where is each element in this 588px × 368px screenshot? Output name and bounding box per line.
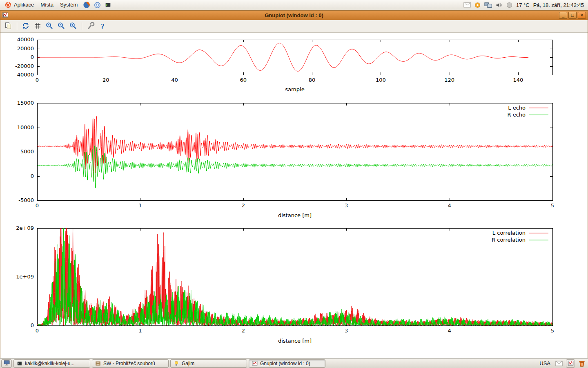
svg-text:0: 0 (36, 328, 39, 334)
menu-applications[interactable]: Aplikace (2, 1, 37, 9)
gnuplot-task-icon (252, 361, 258, 366)
close-button[interactable]: × (578, 12, 586, 19)
window-title: Gnuplot (window id : 0) (0, 12, 588, 18)
svg-text:5000: 5000 (20, 148, 34, 155)
autoscale-button[interactable] (68, 21, 78, 31)
remote-display-icon[interactable] (484, 2, 492, 8)
close-icon: × (581, 13, 583, 18)
gnuplot-window: Gnuplot (window id : 0) _ □ × (0, 10, 588, 358)
grid-icon (33, 22, 42, 31)
desktop: Aplikace Místa Systém (0, 0, 588, 368)
menu-places[interactable]: Místa (38, 1, 57, 9)
gnuplot-canvas[interactable]: 02040608010012014040000200000-20000-4000… (0, 33, 588, 358)
maximize-button[interactable]: □ (568, 12, 577, 19)
svg-text:3: 3 (345, 202, 348, 209)
firefox-launcher[interactable] (82, 0, 91, 10)
clock[interactable]: Pá, 18. září, 21:42:45 (533, 2, 584, 8)
menu-label-system: Systém (60, 2, 78, 8)
svg-text:1: 1 (138, 202, 142, 209)
ubuntu-logo-icon (5, 2, 11, 8)
svg-text:20: 20 (102, 77, 109, 83)
svg-text:sample: sample (285, 86, 304, 92)
help-button[interactable]: ? (97, 21, 108, 31)
configure-button[interactable] (85, 21, 96, 31)
svg-text:0: 0 (36, 202, 39, 209)
svg-text:2: 2 (242, 328, 245, 334)
window-controls: _ □ × (559, 12, 586, 19)
svg-text:-20000: -20000 (15, 63, 34, 69)
taskbar-button-terminal[interactable]: kaklik@kaklik-kolej-u... (13, 359, 90, 368)
taskbar-status-area: USA (538, 359, 587, 368)
show-desktop-icon (4, 360, 10, 367)
show-desktop-button[interactable] (1, 359, 12, 368)
terminal-icon (105, 2, 111, 9)
svg-text:100: 100 (376, 77, 386, 83)
svg-text:0: 0 (31, 54, 34, 60)
svg-text:40000: 40000 (17, 36, 34, 43)
file-manager-icon (95, 361, 101, 366)
svg-text:60: 60 (240, 77, 247, 83)
svg-text:-5000: -5000 (18, 197, 34, 203)
software-update-icon[interactable] (474, 2, 481, 8)
trash-applet-icon[interactable] (578, 360, 586, 367)
replot-button[interactable] (20, 21, 31, 31)
svg-text:4: 4 (448, 202, 451, 209)
svg-text:2e+09: 2e+09 (16, 225, 34, 231)
firefox-icon (83, 1, 90, 9)
copy-to-clipboard-button[interactable] (3, 21, 13, 31)
titlebar[interactable]: Gnuplot (window id : 0) _ □ × (0, 11, 588, 20)
zoom-previous-icon (45, 22, 53, 31)
top-panel: Aplikace Místa Systém (0, 0, 588, 10)
menu-label-places: Místa (40, 2, 53, 8)
svg-text:1: 1 (138, 328, 142, 334)
toolbar-separator (82, 22, 82, 30)
help-launcher[interactable] (92, 0, 102, 10)
svg-text:80: 80 (309, 77, 316, 83)
taskbar-button-file-manager[interactable]: SW - Prohlížeč souborů (92, 359, 169, 368)
tray-gnuplot-icon[interactable] (566, 359, 575, 368)
keyboard-layout-indicator[interactable]: USA (538, 360, 552, 366)
task-label: Gajim (182, 361, 194, 366)
svg-text:120: 120 (444, 77, 454, 83)
terminal-task-icon (17, 361, 22, 366)
replot-icon (22, 22, 30, 31)
terminal-launcher[interactable] (103, 0, 113, 10)
svg-text:40: 40 (171, 77, 178, 83)
toolbar-separator (17, 22, 17, 30)
help-icon (94, 2, 101, 9)
volume-icon[interactable] (496, 2, 503, 8)
task-label: Gnuplot (window id : 0) (260, 361, 310, 366)
tray-mail-icon[interactable] (555, 361, 563, 366)
plot-area: 02040608010012014040000200000-20000-4000… (0, 33, 588, 358)
temperature-label: 17 °C (516, 2, 530, 8)
svg-text:20000: 20000 (17, 45, 34, 52)
svg-text:0: 0 (31, 173, 34, 179)
menu-label-applications: Aplikace (14, 2, 34, 8)
zoom-previous-button[interactable] (44, 21, 55, 31)
svg-text:0: 0 (31, 322, 34, 328)
svg-text:R echo: R echo (507, 112, 526, 118)
task-label: SW - Prohlížeč souborů (103, 361, 155, 366)
svg-text:4: 4 (448, 328, 451, 334)
zoom-next-icon (57, 22, 65, 31)
zoom-next-button[interactable] (56, 21, 67, 31)
svg-text:distance [m]: distance [m] (278, 338, 312, 344)
svg-text:distance [m]: distance [m] (278, 212, 312, 218)
taskbar-button-gnuplot[interactable]: Gnuplot (window id : 0) (249, 359, 325, 368)
toggle-grid-button[interactable] (32, 21, 43, 31)
svg-text:2: 2 (242, 202, 245, 209)
menu-system[interactable]: Systém (58, 1, 81, 9)
help-icon: ? (100, 22, 104, 30)
taskbar-button-gajim[interactable]: Gajim (170, 359, 247, 368)
minimize-button[interactable]: _ (559, 12, 567, 19)
weather-icon (506, 2, 512, 8)
svg-text:15000: 15000 (17, 100, 34, 106)
mail-notification-icon[interactable] (463, 2, 471, 8)
gnuplot-window-icon (2, 12, 9, 18)
svg-text:R correlation: R correlation (492, 237, 526, 243)
svg-text:5: 5 (551, 202, 554, 209)
panel-status-area: 17 °C Pá, 18. září, 21:42:45 (463, 2, 586, 8)
svg-text:-40000: -40000 (15, 72, 34, 78)
svg-text:10000: 10000 (17, 124, 34, 130)
gajim-icon (174, 361, 179, 366)
